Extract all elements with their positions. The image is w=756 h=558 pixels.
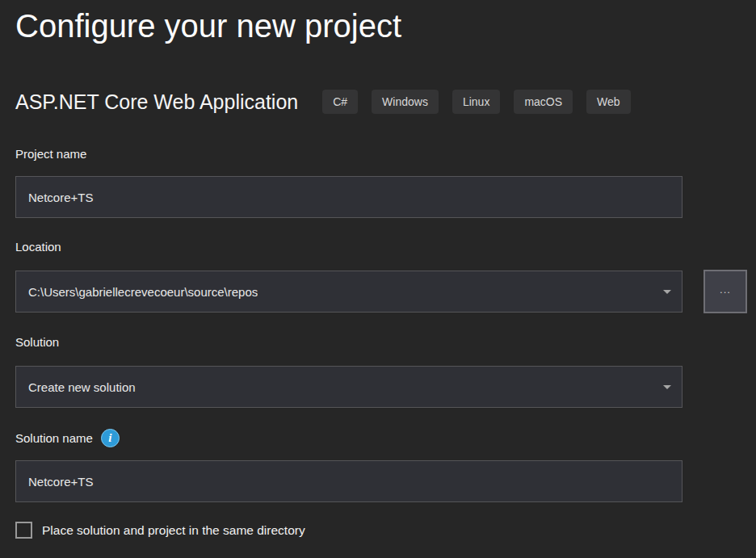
page-title: Configure your new project [15, 6, 756, 45]
project-name-input[interactable] [15, 176, 682, 218]
solution-name-input[interactable] [15, 460, 682, 502]
location-combobox[interactable]: C:\Users\gabriellecrevecoeur\source\repo… [15, 271, 682, 313]
solution-name-row: Solution name i [15, 429, 756, 447]
solution-name-label: Solution name [15, 431, 93, 445]
tag-web: Web [586, 90, 631, 114]
solution-combobox[interactable]: Create new solution [15, 366, 682, 408]
location-value: C:\Users\gabriellecrevecoeur\source\repo… [28, 285, 258, 299]
configure-project-dialog: Configure your new project ASP.NET Core … [0, 0, 756, 539]
browse-button[interactable]: ... [704, 270, 747, 313]
solution-value: Create new solution [28, 380, 136, 394]
same-directory-checkbox[interactable] [15, 522, 32, 539]
chevron-down-icon[interactable] [663, 290, 671, 294]
template-header: ASP.NET Core Web Application C# Windows … [15, 90, 756, 114]
project-name-label: Project name [15, 145, 756, 163]
template-name: ASP.NET Core Web Application [15, 90, 298, 114]
tag-windows: Windows [372, 90, 439, 114]
tag-linux: Linux [452, 90, 500, 114]
solution-label: Solution [15, 333, 756, 351]
info-icon[interactable]: i [101, 429, 120, 447]
chevron-down-icon[interactable] [663, 385, 671, 389]
tag-csharp: C# [322, 90, 358, 114]
same-directory-label: Place solution and project in the same d… [42, 523, 305, 538]
location-row: C:\Users\gabriellecrevecoeur\source\repo… [15, 256, 756, 313]
location-label: Location [15, 237, 756, 256]
same-directory-row: Place solution and project in the same d… [15, 522, 756, 539]
tag-macos: macOS [514, 90, 573, 114]
